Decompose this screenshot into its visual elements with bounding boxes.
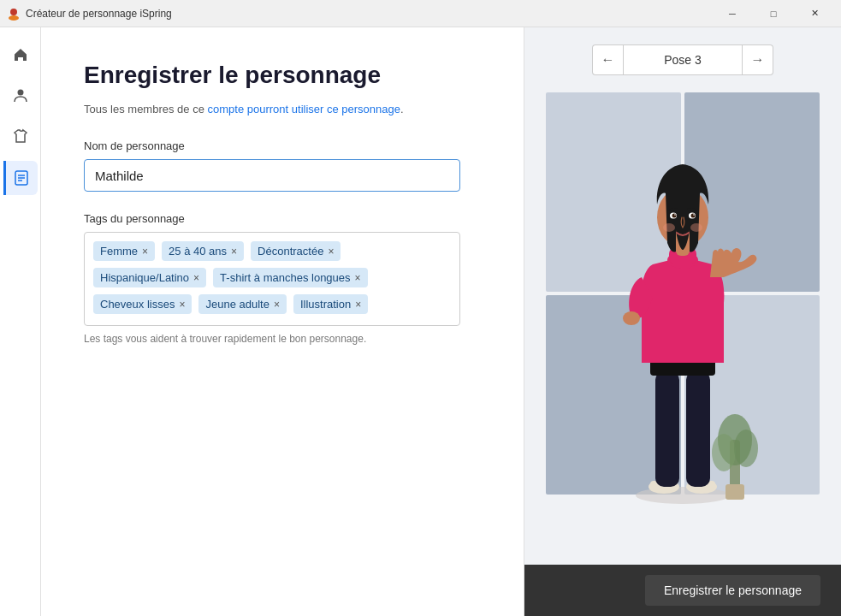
svg-point-1 (9, 15, 19, 21)
sidebar-item-saved[interactable] (3, 161, 38, 195)
tag-remove-button[interactable]: × (355, 299, 361, 310)
right-col: ← Pose 3 → (524, 27, 841, 616)
main-content: Enregistrer le personnage Tous les membr… (41, 27, 841, 616)
tags-section: Tags du personnage Femme×25 à 40 ans×Déc… (84, 212, 481, 345)
close-button[interactable]: ✕ (795, 0, 834, 27)
svg-rect-32 (726, 484, 744, 500)
svg-point-2 (17, 90, 23, 96)
tag-label: Cheveux lisses (100, 298, 175, 311)
tag-label: 25 à 40 ans (169, 245, 227, 258)
character-illustration (597, 132, 768, 512)
minimize-button[interactable]: ─ (713, 0, 752, 27)
app-icon (7, 7, 21, 21)
svg-point-21 (672, 214, 677, 218)
sidebar-item-home[interactable] (3, 38, 38, 72)
svg-point-31 (734, 429, 758, 467)
app-body: Enregistrer le personnage Tous les membr… (0, 27, 841, 616)
tag-label: Hispanique/Latino (100, 271, 189, 284)
tag-item: Cheveux lisses× (93, 294, 192, 314)
page-title: Enregistrer le personnage (84, 62, 481, 89)
tag-remove-button[interactable]: × (142, 246, 148, 257)
tag-item: Décontractée× (251, 241, 341, 261)
subtitle: Tous les membres de ce compte pourront u… (84, 103, 481, 116)
character-svg (597, 132, 768, 508)
svg-point-22 (674, 214, 676, 216)
tags-box[interactable]: Femme×25 à 40 ans×Décontractée×Hispaniqu… (84, 232, 460, 326)
svg-point-24 (691, 214, 696, 218)
tags-label: Tags du personnage (84, 212, 481, 225)
sidebar-item-clothing[interactable] (3, 120, 38, 154)
svg-point-26 (663, 223, 675, 232)
tag-remove-button[interactable]: × (193, 273, 199, 283)
right-panel: ← Pose 3 → (524, 27, 841, 565)
sidebar-item-person[interactable] (3, 79, 38, 113)
account-link[interactable]: compte pourront utiliser ce personnage (208, 103, 400, 116)
tag-remove-button[interactable]: × (179, 299, 185, 310)
svg-point-25 (693, 214, 695, 216)
tag-item: Jeune adulte× (198, 294, 286, 314)
tag-label: Décontractée (258, 245, 323, 258)
tag-remove-button[interactable]: × (355, 273, 361, 283)
pose-label: Pose 3 (623, 44, 743, 75)
character-area (546, 92, 820, 512)
tag-label: T-shirt à manches longues (220, 271, 350, 284)
titlebar-title: Créateur de personnage iSpring (26, 8, 708, 20)
tag-item: 25 à 40 ans× (162, 241, 244, 261)
tag-item: T-shirt à manches longues× (213, 268, 367, 287)
name-label: Nom de personnage (84, 139, 481, 152)
sidebar (0, 27, 41, 616)
person-icon (12, 87, 29, 104)
left-panel: Enregistrer le personnage Tous les membr… (41, 27, 524, 616)
tag-remove-button[interactable]: × (328, 246, 334, 257)
tag-item: Hispanique/Latino× (93, 268, 206, 287)
svg-point-27 (690, 223, 702, 232)
svg-point-30 (712, 434, 736, 471)
save-character-button[interactable]: Enregistrer le personnage (645, 575, 820, 606)
svg-point-0 (10, 9, 17, 15)
pose-nav: ← Pose 3 → (592, 44, 773, 75)
bottom-bar: Enregistrer le personnage (524, 565, 841, 616)
tag-item: Illustration× (293, 294, 368, 314)
name-input[interactable] (84, 159, 460, 192)
svg-rect-12 (655, 371, 679, 487)
tag-label: Femme (100, 245, 138, 258)
home-icon (12, 46, 29, 63)
tag-label: Jeune adulte (205, 298, 269, 311)
tag-remove-button[interactable]: × (274, 299, 280, 310)
saved-icon (13, 169, 30, 187)
svg-rect-13 (686, 371, 710, 487)
titlebar: Créateur de personnage iSpring ─ □ ✕ (0, 0, 841, 27)
maximize-button[interactable]: □ (754, 0, 793, 27)
pose-prev-button[interactable]: ← (592, 44, 623, 75)
tag-item: Femme× (93, 241, 155, 261)
tags-hint: Les tags vous aident à trouver rapidemen… (84, 333, 481, 345)
tag-label: Illustration (300, 298, 351, 311)
titlebar-controls: ─ □ ✕ (713, 0, 834, 27)
pose-next-button[interactable]: → (743, 44, 773, 75)
tag-remove-button[interactable]: × (231, 246, 237, 257)
svg-point-17 (623, 311, 640, 325)
shirt-icon (12, 128, 29, 145)
